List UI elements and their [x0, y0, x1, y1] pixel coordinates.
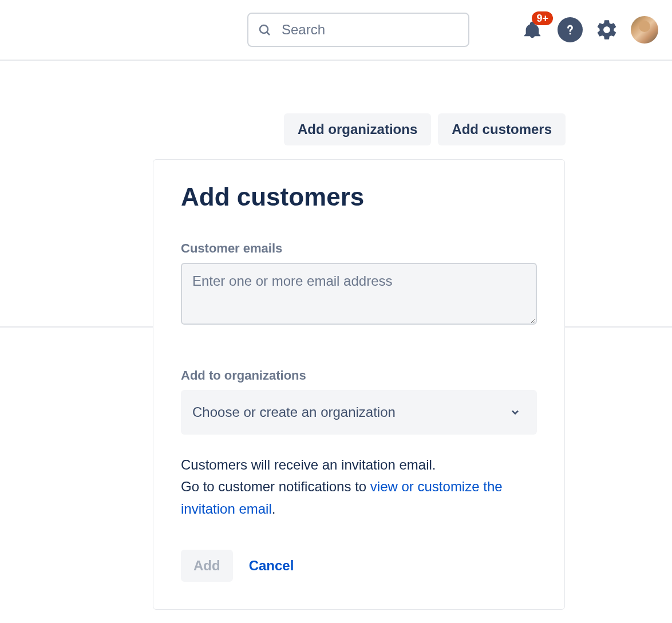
help-button[interactable] [558, 17, 583, 42]
gear-icon [595, 18, 618, 41]
notifications-button[interactable]: 9+ [519, 16, 546, 44]
info-period: . [272, 501, 276, 516]
organization-select-placeholder: Choose or create an organization [192, 404, 396, 420]
search-icon [258, 23, 271, 37]
svg-line-1 [267, 33, 270, 36]
add-button[interactable]: Add [181, 550, 233, 582]
chevron-down-icon [509, 407, 521, 418]
avatar[interactable] [631, 16, 658, 44]
info-line-2: Go to customer notifications to [181, 479, 370, 494]
organizations-label: Add to organizations [181, 368, 537, 383]
modal-title: Add customers [181, 183, 537, 211]
customer-emails-input[interactable] [181, 263, 537, 325]
search-wrap [247, 13, 469, 47]
modal-actions: Add Cancel [181, 550, 537, 582]
info-line-1: Customers will receive an invitation ema… [181, 457, 436, 472]
customer-emails-label: Customer emails [181, 241, 537, 256]
add-organizations-button[interactable]: Add organizations [284, 113, 431, 145]
topbar: 9+ [0, 0, 672, 61]
add-customers-modal: Add customers Customer emails Add to org… [153, 159, 565, 610]
cancel-button[interactable]: Cancel [249, 558, 294, 574]
add-customers-button[interactable]: Add customers [438, 113, 566, 145]
divider-line-right [565, 326, 610, 328]
svg-point-2 [570, 33, 571, 35]
organization-select[interactable]: Choose or create an organization [181, 390, 537, 435]
notification-badge: 9+ [532, 11, 553, 25]
settings-button[interactable] [594, 17, 619, 42]
help-icon [562, 22, 578, 38]
info-text: Customers will receive an invitation ema… [181, 454, 537, 520]
page-actions: Add organizations Add customers [0, 61, 672, 145]
svg-point-0 [260, 25, 268, 33]
search-input[interactable] [247, 13, 469, 47]
